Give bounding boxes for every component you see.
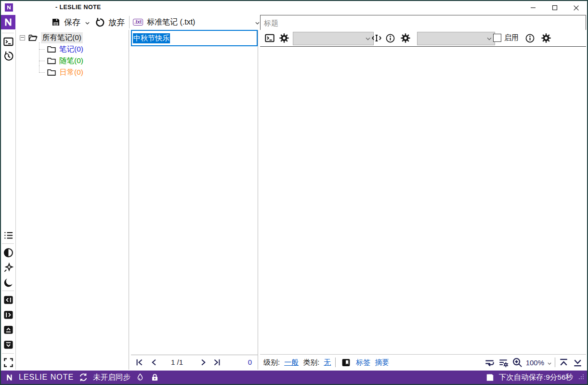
- undo-icon: [94, 17, 105, 27]
- discard-label: 放弃: [108, 17, 125, 28]
- note-type-selector[interactable]: .txt 标准笔记 (.txt): [130, 15, 263, 29]
- bookmark-icon[interactable]: [340, 357, 352, 368]
- enable-label: 启用: [504, 33, 519, 42]
- rail-separator: [2, 33, 14, 33]
- info-icon[interactable]: [524, 32, 536, 44]
- title-bar: - LESLIE NOTE: [1, 1, 587, 14]
- note-count: 0: [248, 358, 252, 366]
- moon-icon[interactable]: [2, 277, 14, 288]
- list-settings-icon[interactable]: [498, 357, 510, 368]
- tree-item-label: 日常(0): [59, 67, 83, 78]
- icon-sidebar: [1, 30, 16, 370]
- zoom-level-value[interactable]: 100%: [526, 358, 544, 367]
- main-toolbar: 保存 放弃 .txt 标准笔记 (.txt): [1, 14, 587, 30]
- tags-link[interactable]: 标签: [356, 358, 370, 367]
- editor-panel: 启用 级别: 一般 类别: 无: [260, 30, 586, 370]
- checkbox-icon: [493, 34, 501, 42]
- editor-toolbar: 启用: [260, 30, 586, 47]
- editor-content[interactable]: [260, 47, 586, 355]
- statusbar-app-name: LESLIE NOTE: [19, 373, 74, 382]
- app-logo-icon: [4, 372, 14, 383]
- status-bar: LESLIE NOTE 未开启同步: [1, 371, 587, 384]
- category-value-link[interactable]: 无: [324, 358, 331, 367]
- enable-checkbox[interactable]: 启用: [493, 33, 519, 42]
- collapse-expander-icon[interactable]: [20, 35, 25, 40]
- collapse-up-icon[interactable]: [2, 324, 14, 335]
- save-icon: [51, 17, 61, 27]
- editor-meta-bar: 级别: 一般 类别: 无 标签 摘要: [260, 355, 586, 370]
- terminal-icon[interactable]: [2, 36, 14, 47]
- first-page-icon[interactable]: [134, 357, 145, 368]
- word-wrap-icon[interactable]: [484, 357, 496, 368]
- terminal-icon[interactable]: [264, 32, 275, 44]
- tree-item-all-notes[interactable]: 所有笔记(0): [20, 32, 83, 43]
- save-button[interactable]: 保存: [51, 17, 80, 28]
- scroll-top-icon[interactable]: [558, 357, 569, 368]
- tree-item-notes[interactable]: 笔记(0): [38, 43, 83, 55]
- plugin-dropdown[interactable]: [293, 32, 374, 45]
- toolbar-separator: [129, 16, 130, 28]
- chevron-down-icon: [366, 37, 370, 40]
- tree-item-essays[interactable]: 随笔(0): [38, 55, 83, 66]
- chevron-down-icon: [487, 37, 492, 40]
- collapse-down-icon[interactable]: [2, 339, 14, 350]
- tree-item-daily[interactable]: 日常(0): [38, 66, 83, 78]
- discard-button[interactable]: 放弃: [94, 17, 125, 28]
- maximize-button[interactable]: [544, 1, 565, 14]
- app-window: - LESLIE NOTE 保存: [0, 0, 588, 385]
- close-button[interactable]: [565, 1, 587, 14]
- collapse-left-icon[interactable]: [2, 294, 14, 305]
- note-title-edit-field[interactable]: 中秋节快乐: [131, 30, 258, 46]
- prev-page-icon[interactable]: [148, 357, 160, 368]
- contrast-icon[interactable]: [2, 247, 14, 258]
- category-label: 类别:: [303, 358, 319, 367]
- chevron-down-icon: [255, 18, 260, 27]
- gear-icon[interactable]: [278, 32, 290, 44]
- open-folder-icon: [28, 33, 38, 42]
- next-page-icon[interactable]: [197, 357, 209, 368]
- save-label: 保存: [64, 17, 80, 28]
- note-type-label: 标准笔记 (.txt): [147, 17, 251, 27]
- collapse-right-icon[interactable]: [2, 309, 14, 320]
- note-list-panel: 中秋节快乐 1 /1: [131, 30, 258, 370]
- rail-separator: [2, 243, 14, 244]
- pin-icon[interactable]: [2, 262, 14, 273]
- chevron-down-icon[interactable]: [548, 358, 551, 367]
- lock-icon[interactable]: [150, 372, 160, 383]
- summary-link[interactable]: 摘要: [375, 358, 389, 367]
- autosave-icon: [485, 372, 496, 383]
- last-page-icon[interactable]: [211, 357, 222, 368]
- flame-icon[interactable]: [135, 372, 145, 383]
- folder-tree: 所有笔记(0) 笔记(0) 随笔(0): [16, 30, 129, 370]
- list-icon[interactable]: [2, 229, 14, 241]
- app-logo-button[interactable]: [1, 15, 15, 29]
- separator: [555, 358, 555, 367]
- window-title: - LESLIE NOTE: [55, 4, 101, 11]
- tree-item-label: 笔记(0): [59, 44, 83, 54]
- zoom-in-icon[interactable]: [512, 357, 523, 368]
- level-label: 级别:: [263, 358, 280, 367]
- txt-file-icon: .txt: [133, 19, 143, 26]
- note-list-pagination: 1 /1 0: [131, 355, 258, 370]
- autosave-countdown: 下次自动保存:9分56秒: [499, 372, 573, 383]
- note-title-input[interactable]: [260, 15, 586, 30]
- save-dropdown-caret[interactable]: [85, 18, 90, 27]
- info-icon[interactable]: [384, 32, 396, 44]
- main-content: 所有笔记(0) 笔记(0) 随笔(0): [1, 30, 587, 370]
- gear-icon[interactable]: [400, 32, 411, 44]
- fullscreen-icon[interactable]: [2, 357, 14, 368]
- app-logo-icon: [5, 3, 13, 12]
- text-cursor-icon[interactable]: [371, 32, 382, 44]
- resize-grip[interactable]: [578, 373, 584, 382]
- gear-icon[interactable]: [540, 32, 552, 44]
- scroll-bottom-icon[interactable]: [572, 357, 583, 368]
- history-icon[interactable]: [2, 50, 14, 62]
- sync-icon[interactable]: [78, 372, 89, 383]
- secondary-dropdown[interactable]: [417, 32, 495, 45]
- separator: [335, 358, 336, 367]
- sync-status-text: 未开启同步: [93, 372, 131, 383]
- level-value-link[interactable]: 一般: [284, 358, 299, 367]
- minimize-button[interactable]: [522, 1, 544, 14]
- rail-separator: [2, 291, 14, 291]
- tree-item-label: 所有笔记(0): [41, 32, 83, 43]
